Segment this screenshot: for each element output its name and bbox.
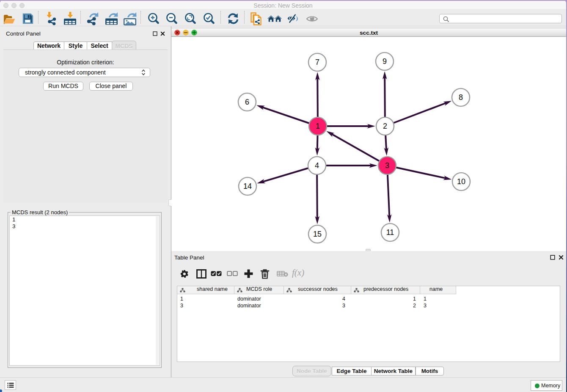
svg-text:2: 2 xyxy=(383,122,387,130)
svg-text:8: 8 xyxy=(459,93,463,102)
svg-text:1: 1 xyxy=(316,122,320,130)
svg-text:10: 10 xyxy=(457,177,465,186)
svg-text:14: 14 xyxy=(243,182,252,190)
svg-text:11: 11 xyxy=(386,228,394,237)
svg-text:9: 9 xyxy=(383,57,387,66)
svg-text:7: 7 xyxy=(315,58,319,66)
svg-text:6: 6 xyxy=(245,98,249,106)
svg-text:4: 4 xyxy=(315,161,319,170)
svg-text:15: 15 xyxy=(313,230,322,238)
svg-text:3: 3 xyxy=(385,161,389,170)
